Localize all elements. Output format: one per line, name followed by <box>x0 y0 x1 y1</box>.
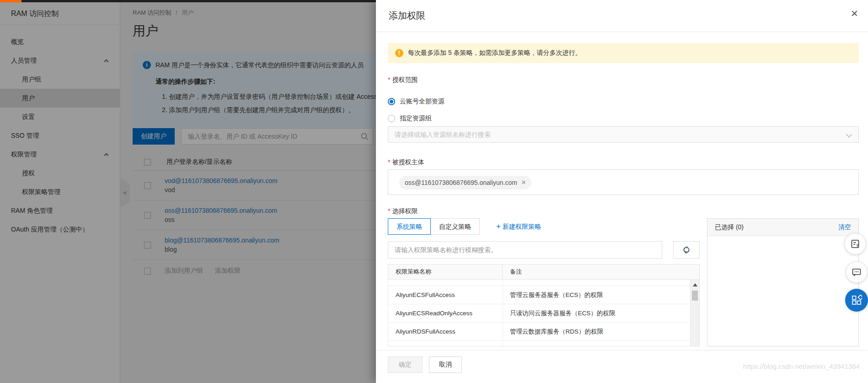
principal-section-label: *被授权主体 <box>388 158 424 167</box>
radio-unselected-icon <box>388 115 395 122</box>
scope-radio-all-resources[interactable]: 云账号全部资源 <box>388 97 445 106</box>
radio-selected-icon <box>388 98 395 105</box>
watermark-text: https://blog.csdn.net/weixin_43941364 <box>743 362 860 370</box>
chat-icon <box>852 267 862 277</box>
column-policy-name: 权限策略名称 <box>388 264 503 279</box>
selected-count: 已选择 (0) <box>715 223 744 232</box>
policy-row-partial[interactable] <box>388 280 699 286</box>
selected-policies-panel: 已选择 (0) 清空 <box>707 218 859 346</box>
policy-search-input[interactable] <box>388 242 662 258</box>
warning-banner: ! 每次最多添加 5 条策略，如需添加更多策略，请分多次进行。 <box>388 43 859 63</box>
clear-selection-link[interactable]: 清空 <box>838 223 851 232</box>
console-widgets-button[interactable] <box>845 289 868 312</box>
scrollbar[interactable] <box>690 280 699 346</box>
help-survey-button[interactable]: ? <box>845 233 866 254</box>
warning-icon: ! <box>395 49 403 57</box>
drawer-body: ! 每次最多添加 5 条策略，如需添加更多策略，请分多次进行。 *授权范围 云账… <box>376 32 868 350</box>
drawer-footer: 确定 取消 https://blog.csdn.net/weixin_43941… <box>376 350 868 383</box>
refresh-button[interactable] <box>673 241 700 259</box>
progress-bar-segment <box>0 0 21 2</box>
scrollbar-thumb[interactable] <box>692 291 698 301</box>
widgets-icon <box>851 295 862 306</box>
warning-text: 每次最多添加 5 条策略，如需添加更多策略，请分多次进行。 <box>408 49 582 57</box>
required-mark: * <box>388 76 390 83</box>
policy-row[interactable]: AliyunRDSFullAccess 管理云数据库服务（RDS）的权限 <box>388 323 699 341</box>
chevron-down-icon <box>846 132 852 138</box>
scroll-up-icon[interactable] <box>693 283 697 286</box>
policy-row-partial[interactable] <box>388 341 699 346</box>
policy-row[interactable]: AliyunECSFullAccess 管理云服务器服务（ECS）的权限 <box>388 286 699 304</box>
scope-radio-resource-group[interactable]: 指定资源组 <box>388 114 432 123</box>
document-question-icon: ? <box>850 239 860 249</box>
svg-text:?: ? <box>856 243 859 248</box>
required-mark: * <box>388 207 390 215</box>
tab-system-policy[interactable]: 系统策略 <box>388 218 431 235</box>
principal-input[interactable]: oss@1161073806876695.onaliyun.com × <box>388 169 859 195</box>
feedback-button[interactable] <box>846 262 867 283</box>
plus-icon: + <box>496 222 501 231</box>
remove-tag-icon[interactable]: × <box>521 178 526 187</box>
drawer-title: 添加权限 <box>389 10 425 22</box>
policy-table-body: AliyunECSFullAccess 管理云服务器服务（ECS）的权限 Ali… <box>388 280 700 346</box>
close-icon[interactable]: × <box>851 6 858 20</box>
top-progress-bar <box>0 0 376 2</box>
new-policy-link[interactable]: +新建权限策略 <box>496 222 541 231</box>
policy-tabs: 系统策略 自定义策略 +新建权限策略 <box>388 218 541 235</box>
drawer-header: 添加权限 × <box>376 0 868 32</box>
permission-section-label: *选择权限 <box>388 207 418 216</box>
required-mark: * <box>388 158 390 166</box>
policy-row[interactable]: AliyunECSReadOnlyAccess 只读访问云服务器服务（ECS）的… <box>388 304 699 323</box>
column-note: 备注 <box>503 264 699 279</box>
tab-custom-policy[interactable]: 自定义策略 <box>431 218 480 235</box>
drawer-mask[interactable] <box>0 0 376 383</box>
confirm-button[interactable]: 确定 <box>388 356 423 373</box>
policy-table: 权限策略名称 备注 AliyunECSFullAccess 管理云服务器服务（E… <box>388 264 700 346</box>
principal-tag: oss@1161073806876695.onaliyun.com × <box>399 176 531 189</box>
resource-group-select[interactable]: 请选择或输入资源组名称进行搜索 <box>388 126 859 143</box>
cancel-button[interactable]: 取消 <box>429 356 462 373</box>
policy-table-header: 权限策略名称 备注 <box>388 264 700 280</box>
policy-search-box <box>388 241 662 259</box>
refresh-icon <box>682 246 691 254</box>
add-permission-drawer: 添加权限 × ! 每次最多添加 5 条策略，如需添加更多策略，请分多次进行。 *… <box>376 0 868 383</box>
scope-section-label: *授权范围 <box>388 76 418 84</box>
